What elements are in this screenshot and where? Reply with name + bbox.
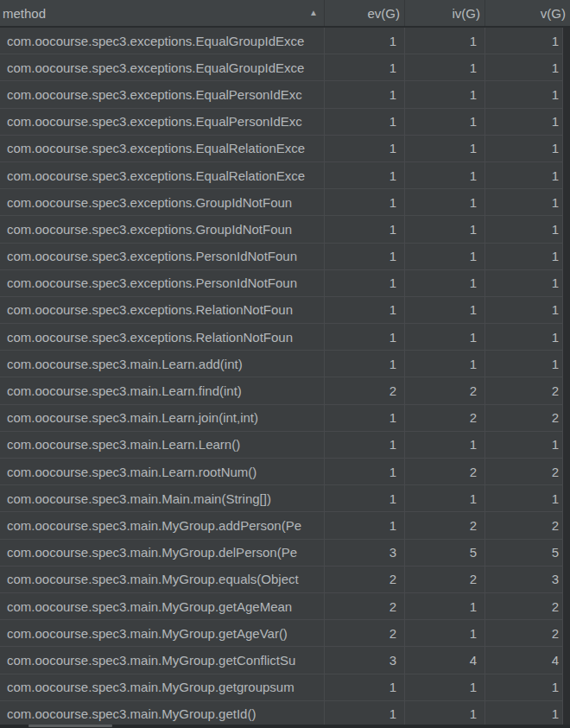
method-cell: com.oocourse.spec3.exceptions.RelationNo…	[0, 324, 324, 350]
horizontal-scrollbar-track[interactable]	[0, 725, 570, 728]
iv-cell: 1	[404, 297, 484, 323]
ev-cell: 1	[324, 81, 404, 107]
method-cell: com.oocourse.spec3.exceptions.GroupIdNot…	[0, 189, 324, 215]
iv-cell: 2	[404, 459, 484, 484]
iv-cell: 2	[404, 567, 484, 592]
ev-cell: 1	[324, 351, 404, 377]
ev-cell: 1	[324, 162, 404, 188]
table-row[interactable]: com.oocourse.spec3.exceptions.RelationNo…	[0, 297, 562, 324]
v-cell: 1	[484, 701, 562, 727]
method-cell: com.oocourse.spec3.exceptions.EqualRelat…	[0, 136, 324, 161]
table-row[interactable]: com.oocourse.spec3.main.Learn.rootNum() …	[0, 459, 562, 485]
ev-cell: 1	[324, 485, 404, 511]
v-cell: 1	[484, 297, 562, 323]
table-body: com.oocourse.spec3.exceptions.EqualGroup…	[0, 28, 562, 728]
ev-cell: 1	[324, 297, 404, 323]
column-header-ev[interactable]: ev(G)	[324, 0, 404, 26]
ev-cell: 1	[324, 54, 404, 80]
ev-cell: 2	[324, 377, 404, 403]
iv-cell: 2	[404, 405, 484, 431]
v-cell: 3	[484, 567, 562, 592]
method-cell: com.oocourse.spec3.exceptions.RelationNo…	[0, 297, 324, 323]
v-cell: 1	[484, 485, 562, 511]
table-row[interactable]: com.oocourse.spec3.exceptions.RelationNo…	[0, 324, 562, 351]
v-cell: 4	[484, 647, 562, 673]
method-cell: com.oocourse.spec3.main.Learn.add(int)	[0, 351, 324, 377]
v-cell: 2	[484, 593, 562, 619]
table-row[interactable]: com.oocourse.spec3.main.MyGroup.delPerso…	[0, 540, 562, 567]
table-row[interactable]: com.oocourse.spec3.main.MyGroup.getAgeMe…	[0, 593, 562, 620]
iv-cell: 1	[404, 216, 484, 242]
ev-cell: 1	[324, 432, 404, 458]
v-cell: 1	[484, 189, 562, 215]
column-header-v[interactable]: v(G)	[484, 0, 570, 26]
v-cell: 2	[484, 405, 562, 431]
method-cell: com.oocourse.spec3.main.MyGroup.getConfl…	[0, 647, 324, 673]
table-row[interactable]: com.oocourse.spec3.main.MyGroup.getConfl…	[0, 647, 562, 674]
method-cell: com.oocourse.spec3.main.MyGroup.getgroup…	[0, 674, 324, 700]
iv-cell: 1	[404, 136, 484, 161]
iv-cell: 1	[404, 189, 484, 215]
table-row[interactable]: com.oocourse.spec3.main.Learn.join(int,i…	[0, 405, 562, 432]
v-cell: 1	[484, 136, 562, 161]
iv-cell: 1	[404, 432, 484, 458]
metrics-table: method ▲ ev(G) iv(G) v(G) com.oocourse.s…	[0, 0, 570, 728]
table-row[interactable]: com.oocourse.spec3.exceptions.EqualPerso…	[0, 109, 562, 136]
table-row[interactable]: com.oocourse.spec3.exceptions.EqualPerso…	[0, 81, 562, 108]
table-row[interactable]: com.oocourse.spec3.main.MyGroup.addPerso…	[0, 512, 562, 539]
horizontal-scrollbar-thumb[interactable]	[28, 725, 112, 727]
method-cell: com.oocourse.spec3.exceptions.EqualGroup…	[0, 54, 324, 80]
method-cell: com.oocourse.spec3.exceptions.EqualGroup…	[0, 28, 324, 54]
method-cell: com.oocourse.spec3.main.MyGroup.getAgeMe…	[0, 593, 324, 619]
table-row[interactable]: com.oocourse.spec3.main.Learn.add(int) 1…	[0, 351, 562, 377]
v-cell: 1	[484, 270, 562, 296]
table-row[interactable]: com.oocourse.spec3.main.Main.main(String…	[0, 485, 562, 512]
table-row[interactable]: com.oocourse.spec3.exceptions.EqualRelat…	[0, 136, 562, 162]
method-cell: com.oocourse.spec3.main.Learn.Learn()	[0, 432, 324, 458]
table-row[interactable]: com.oocourse.spec3.exceptions.GroupIdNot…	[0, 189, 562, 216]
vertical-scrollbar-track[interactable]	[562, 28, 570, 728]
column-header-method[interactable]: method ▲	[0, 0, 324, 26]
table-row[interactable]: com.oocourse.spec3.main.MyGroup.getAgeVa…	[0, 620, 562, 647]
v-cell: 2	[484, 377, 562, 403]
column-header-iv[interactable]: iv(G)	[404, 0, 484, 26]
table-row[interactable]: com.oocourse.spec3.main.MyGroup.equals(O…	[0, 567, 562, 593]
iv-cell: 1	[404, 54, 484, 80]
iv-cell: 1	[404, 593, 484, 619]
ev-cell: 1	[324, 136, 404, 161]
table-header: method ▲ ev(G) iv(G) v(G)	[0, 0, 570, 28]
v-cell: 1	[484, 81, 562, 107]
ev-cell: 3	[324, 540, 404, 566]
iv-cell: 1	[404, 270, 484, 296]
v-cell: 1	[484, 351, 562, 377]
ev-cell: 2	[324, 620, 404, 646]
table-row[interactable]: com.oocourse.spec3.exceptions.PersonIdNo…	[0, 244, 562, 270]
method-cell: com.oocourse.spec3.main.MyGroup.getAgeVa…	[0, 620, 324, 646]
ev-cell: 1	[324, 109, 404, 135]
table-row[interactable]: com.oocourse.spec3.exceptions.GroupIdNot…	[0, 216, 562, 243]
table-row[interactable]: com.oocourse.spec3.exceptions.EqualRelat…	[0, 162, 562, 189]
column-header-ev-label: ev(G)	[368, 6, 401, 21]
v-cell: 2	[484, 459, 562, 484]
v-cell: 1	[484, 432, 562, 458]
ev-cell: 1	[324, 674, 404, 700]
method-cell: com.oocourse.spec3.exceptions.EqualPerso…	[0, 81, 324, 107]
table-row[interactable]: com.oocourse.spec3.main.Learn.Learn() 1 …	[0, 432, 562, 459]
iv-cell: 1	[404, 109, 484, 135]
method-cell: com.oocourse.spec3.main.Learn.join(int,i…	[0, 405, 324, 431]
method-cell: com.oocourse.spec3.main.Learn.rootNum()	[0, 459, 324, 484]
table-row[interactable]: com.oocourse.spec3.exceptions.EqualGroup…	[0, 28, 562, 54]
v-cell: 5	[484, 540, 562, 566]
iv-cell: 1	[404, 28, 484, 54]
iv-cell: 1	[404, 324, 484, 350]
iv-cell: 1	[404, 162, 484, 188]
method-cell: com.oocourse.spec3.exceptions.PersonIdNo…	[0, 270, 324, 296]
table-row[interactable]: com.oocourse.spec3.exceptions.EqualGroup…	[0, 54, 562, 81]
table-row[interactable]: com.oocourse.spec3.main.Learn.find(int) …	[0, 377, 562, 404]
iv-cell: 2	[404, 377, 484, 403]
table-row[interactable]: com.oocourse.spec3.exceptions.PersonIdNo…	[0, 270, 562, 297]
v-cell: 2	[484, 620, 562, 646]
ev-cell: 3	[324, 647, 404, 673]
table-row[interactable]: com.oocourse.spec3.main.MyGroup.getgroup…	[0, 674, 562, 701]
iv-cell: 1	[404, 620, 484, 646]
